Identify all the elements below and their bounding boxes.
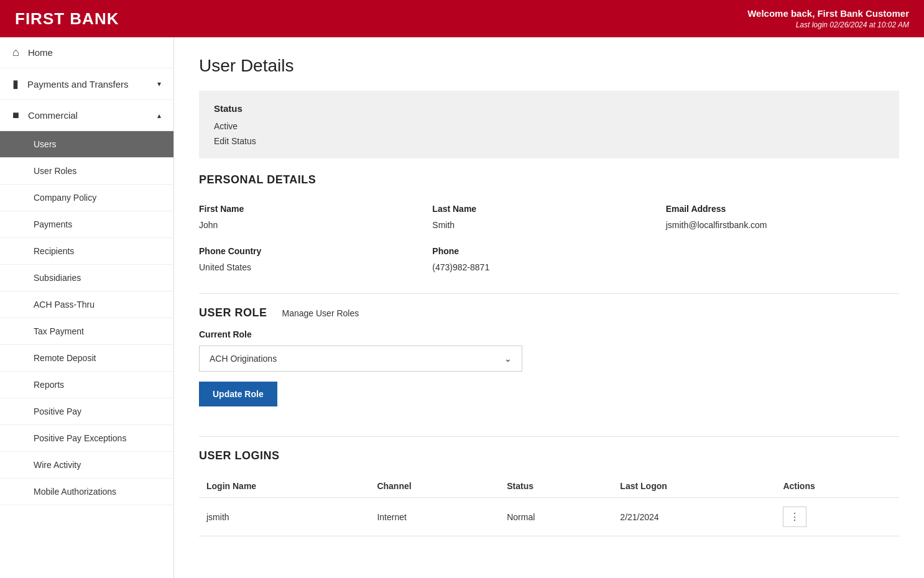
sidebar-item-company-policy[interactable]: Company Policy — [0, 185, 173, 211]
role-dropdown-value: ACH Originations — [210, 354, 277, 364]
last-name-label: Last Name — [432, 199, 665, 218]
sidebar-item-label: Commercial — [28, 110, 152, 121]
welcome-message: Welcome back, First Bank Customer Last l… — [747, 7, 909, 30]
page-title: User Details — [199, 56, 899, 76]
cell-login-name: jsmith — [199, 498, 369, 536]
sidebar-item-mobile-authorizations[interactable]: Mobile Authorizations — [0, 479, 173, 505]
first-name-col: First Name John — [199, 199, 432, 236]
phone-country-value: United States — [199, 260, 432, 278]
sidebar-sub-item-label: Subsidiaries — [34, 273, 81, 283]
sidebar-sub-item-label: ACH Pass-Thru — [34, 300, 95, 310]
user-role-heading: USER ROLE — [199, 306, 267, 319]
current-role-label: Current Role — [199, 329, 899, 339]
sidebar-item-payments[interactable]: Payments — [0, 211, 173, 238]
logins-table-header-row: Login Name Channel Status Last Logon Act… — [199, 475, 899, 498]
user-role-section: USER ROLE Manage User Roles Current Role… — [199, 306, 899, 424]
cell-last-logon: 2/21/2024 — [612, 498, 775, 536]
section-divider-2 — [199, 436, 899, 437]
sidebar-item-positive-pay[interactable]: Positive Pay — [0, 398, 173, 425]
col-actions: Actions — [775, 475, 899, 498]
table-row: jsmith Internet Normal 2/21/2024 ⋮ — [199, 498, 899, 536]
sidebar-item-positive-pay-exceptions[interactable]: Positive Pay Exceptions — [0, 425, 173, 452]
sidebar-item-wire-activity[interactable]: Wire Activity — [0, 452, 173, 479]
chevron-down-icon: ⌄ — [504, 354, 512, 364]
sidebar-sub-item-label: Users — [34, 139, 57, 149]
phone-label: Phone — [432, 241, 665, 260]
col-channel: Channel — [369, 475, 499, 498]
phone-col: Phone (473)982-8871 — [432, 241, 665, 278]
email-value: jsmith@localfirstbank.com — [666, 218, 899, 236]
sidebar-item-tax-payment[interactable]: Tax Payment — [0, 318, 173, 345]
cell-actions: ⋮ — [775, 498, 899, 536]
chevron-up-icon: ▴ — [157, 111, 161, 120]
phone-country-col: Phone Country United States — [199, 241, 432, 278]
status-value: Active — [214, 121, 884, 131]
sidebar-sub-item-label: User Roles — [34, 166, 76, 176]
phone-country-label: Phone Country — [199, 241, 432, 260]
sidebar-item-payments-and-transfers[interactable]: ▮ Payments and Transfers ▾ — [0, 68, 173, 100]
phone-value: (473)982-8871 — [432, 260, 665, 278]
sidebar-sub-item-label: Recipients — [34, 246, 74, 256]
sidebar-sub-item-label: Mobile Authorizations — [34, 487, 116, 497]
bank-logo: FIRST BANK — [15, 9, 119, 29]
email-label: Email Address — [666, 199, 899, 218]
sidebar-item-subsidiaries[interactable]: Subsidiaries — [0, 265, 173, 291]
col-last-logon: Last Logon — [612, 475, 775, 498]
email-col: Email Address jsmith@localfirstbank.com — [666, 199, 899, 236]
sidebar-item-recipients[interactable]: Recipients — [0, 238, 173, 265]
personal-details-row1: First Name John Last Name Smith Email Ad… — [199, 199, 899, 236]
logins-table-head: Login Name Channel Status Last Logon Act… — [199, 475, 899, 498]
user-logins-section: USER LOGINS Login Name Channel Status La… — [199, 449, 899, 536]
edit-status-link[interactable]: Edit Status — [214, 136, 256, 146]
building-icon: ■ — [12, 109, 19, 122]
sidebar-sub-item-label: Reports — [34, 380, 64, 390]
actions-menu-button[interactable]: ⋮ — [783, 507, 806, 527]
col-login-name: Login Name — [199, 475, 369, 498]
status-section: Status Active Edit Status — [199, 91, 899, 158]
last-name-col: Last Name Smith — [432, 199, 665, 236]
sidebar-sub-item-label: Wire Activity — [34, 460, 81, 470]
sidebar-item-reports[interactable]: Reports — [0, 372, 173, 398]
main-layout: ⌂ Home ▮ Payments and Transfers ▾ ■ Comm… — [0, 37, 924, 578]
sidebar: ⌂ Home ▮ Payments and Transfers ▾ ■ Comm… — [0, 37, 174, 578]
first-name-value: John — [199, 218, 432, 236]
sidebar-sub-item-label: Payments — [34, 219, 72, 229]
sidebar-sub-item-label: Positive Pay — [34, 406, 81, 416]
phone-empty-col — [666, 241, 899, 278]
sidebar-item-label: Home — [28, 47, 161, 58]
welcome-line: Welcome back, First Bank Customer — [747, 7, 909, 20]
sidebar-sub-item-label: Company Policy — [34, 193, 96, 203]
manage-roles-link[interactable]: Manage User Roles — [282, 308, 359, 318]
personal-details-heading: PERSONAL DETAILS — [199, 173, 899, 186]
personal-details-row2: Phone Country United States Phone (473)9… — [199, 241, 899, 278]
logins-table-body: jsmith Internet Normal 2/21/2024 ⋮ — [199, 498, 899, 536]
sidebar-sub-item-label: Tax Payment — [34, 326, 84, 336]
last-name-value: Smith — [432, 218, 665, 236]
first-name-label: First Name — [199, 199, 432, 218]
app-header: FIRST BANK Welcome back, First Bank Cust… — [0, 0, 924, 37]
sidebar-item-users[interactable]: Users — [0, 131, 173, 158]
role-dropdown[interactable]: ACH Originations ⌄ — [199, 346, 522, 372]
user-logins-heading: USER LOGINS — [199, 449, 899, 462]
chevron-down-icon: ▾ — [157, 80, 161, 88]
home-icon: ⌂ — [12, 46, 19, 59]
sidebar-item-label: Payments and Transfers — [27, 79, 152, 89]
cell-status: Normal — [499, 498, 612, 536]
sidebar-item-user-roles[interactable]: User Roles — [0, 158, 173, 185]
section-divider — [199, 293, 899, 294]
logins-table: Login Name Channel Status Last Logon Act… — [199, 475, 899, 536]
sidebar-sub-item-label: Positive Pay Exceptions — [34, 433, 126, 443]
sidebar-item-remote-deposit[interactable]: Remote Deposit — [0, 345, 173, 372]
status-label: Status — [214, 103, 884, 114]
update-role-button[interactable]: Update Role — [199, 382, 277, 406]
cell-channel: Internet — [369, 498, 499, 536]
personal-details-section: PERSONAL DETAILS First Name John Last Na… — [199, 173, 899, 278]
sidebar-item-home[interactable]: ⌂ Home — [0, 37, 173, 68]
sidebar-sub-item-label: Remote Deposit — [34, 353, 96, 363]
main-content: User Details Status Active Edit Status P… — [174, 37, 924, 578]
col-status: Status — [499, 475, 612, 498]
sidebar-item-ach-pass-thru[interactable]: ACH Pass-Thru — [0, 291, 173, 318]
card-icon: ▮ — [12, 77, 19, 91]
sidebar-item-commercial[interactable]: ■ Commercial ▴ — [0, 100, 173, 131]
last-login: Last login 02/26/2024 at 10:02 AM — [747, 20, 909, 30]
